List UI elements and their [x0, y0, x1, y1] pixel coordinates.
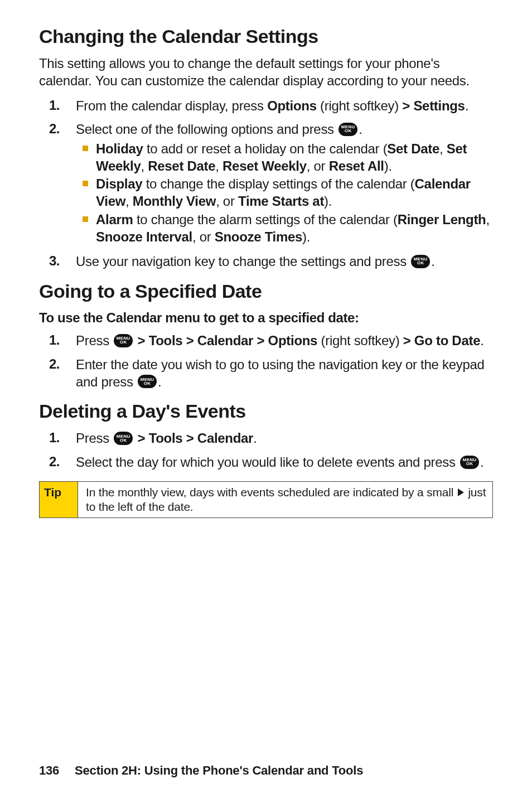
list-item: 1. Press MENUOK > Tools > Calendar.: [39, 430, 493, 447]
bold-text: Ringer Length: [398, 212, 486, 227]
bold-text: > Tools > Calendar > Options: [138, 333, 318, 348]
sub-text: Holiday to add or reset a holiday on the…: [96, 141, 493, 175]
bold-text: > Go to Date: [403, 333, 480, 348]
bold-text: Holiday: [96, 141, 143, 156]
text: (right softkey): [317, 333, 403, 348]
tip-body: In the monthly view, days with events sc…: [78, 482, 492, 518]
step-text: Select one of the following options and …: [76, 121, 493, 246]
list-item: 2. Enter the date you wish to go to usin…: [39, 356, 493, 390]
step-number: 2.: [39, 454, 76, 470]
text: ,: [141, 158, 148, 173]
step-number: 1.: [39, 98, 76, 113]
page: Changing the Calendar Settings This sett…: [0, 0, 532, 798]
bold-text: > Tools > Calendar: [138, 431, 254, 446]
steps-changing-calendar: 1. From the calendar display, press Opti…: [39, 98, 493, 270]
bold-text: Monthly View: [133, 194, 216, 209]
step-number: 2.: [39, 356, 76, 372]
text: Press: [76, 333, 113, 348]
text: ,: [125, 194, 133, 209]
text: to add or reset a holiday on the calenda…: [143, 141, 388, 156]
step-text: From the calendar display, press Options…: [76, 98, 493, 115]
text: Enter the date you wish to go to using t…: [76, 357, 485, 389]
intro-changing-calendar: This setting allows you to change the de…: [39, 55, 493, 89]
text: .: [359, 122, 362, 137]
text: Use your navigation key to change the se…: [76, 254, 410, 269]
step-number: 2.: [39, 121, 76, 137]
bold-text: Reset All: [329, 158, 384, 173]
text: ,: [215, 158, 223, 173]
step-text: Enter the date you wish to go to using t…: [76, 356, 493, 390]
list-item: 2. Select the day for which you would li…: [39, 454, 493, 471]
step-text: Press MENUOK > Tools > Calendar.: [76, 430, 493, 447]
list-item: 2. Select one of the following options a…: [39, 121, 493, 246]
bold-text: Alarm: [96, 212, 133, 227]
heading-going-to-date: Going to a Specified Date: [39, 280, 493, 302]
sub-text: Alarm to change the alarm settings of th…: [96, 211, 493, 245]
tip-box: Tip In the monthly view, days with event…: [39, 481, 493, 519]
step-number: 3.: [39, 253, 76, 269]
bold-text: Reset Date: [148, 158, 215, 173]
text: .: [480, 454, 483, 470]
tip-label: Tip: [40, 482, 78, 518]
list-item: Display to change the display settings o…: [83, 176, 493, 210]
text: From the calendar display, press: [76, 98, 267, 113]
heading-changing-calendar: Changing the Calendar Settings: [39, 26, 493, 47]
menu-ok-icon: MENUOK: [338, 123, 357, 136]
bold-text: > Settings: [402, 98, 465, 113]
menu-ok-icon: MENUOK: [138, 375, 157, 388]
step-text: Press MENUOK > Tools > Calendar > Option…: [76, 332, 493, 350]
text: , or: [307, 158, 329, 173]
bold-text: Time Starts at: [238, 194, 324, 209]
text: .: [253, 431, 257, 446]
text: (right softkey): [317, 98, 403, 113]
page-number: 136: [39, 763, 59, 777]
list-item: Alarm to change the alarm settings of th…: [83, 211, 493, 245]
footer: 136Section 2H: Using the Phone's Calenda…: [39, 763, 363, 778]
text: ,: [486, 212, 489, 227]
text: , or: [192, 229, 215, 244]
bold-text: Display: [96, 176, 142, 191]
menu-ok-icon: MENUOK: [114, 334, 133, 347]
bullet-icon: [83, 146, 88, 151]
text: In the monthly view, days with events sc…: [86, 486, 457, 499]
bullet-icon: [83, 181, 88, 186]
menu-ok-icon: MENUOK: [411, 255, 430, 268]
bold-text: Snooze Times: [215, 229, 302, 244]
step-text: Select the day for which you would like …: [76, 454, 493, 471]
text: ).: [384, 158, 392, 173]
bold-text: Snooze Interval: [96, 229, 192, 244]
bold-text: Options: [267, 98, 317, 113]
step-number: 1.: [39, 430, 76, 446]
text: to change the display settings of the ca…: [142, 176, 414, 191]
bold-text: Reset Weekly: [223, 158, 307, 173]
sub-list: Holiday to add or reset a holiday on the…: [76, 141, 493, 245]
text: .: [465, 98, 468, 113]
text: Select one of the following options and …: [76, 122, 337, 137]
text: Press: [76, 431, 113, 446]
steps-going-to-date: 1. Press MENUOK > Tools > Calendar > Opt…: [39, 332, 493, 390]
list-item: 1. Press MENUOK > Tools > Calendar > Opt…: [39, 332, 493, 350]
subhead-going-to-date: To use the Calendar menu to get to a spe…: [39, 310, 493, 326]
steps-deleting-events: 1. Press MENUOK > Tools > Calendar. 2. S…: [39, 430, 493, 471]
list-item: Holiday to add or reset a holiday on the…: [83, 141, 493, 175]
text: .: [431, 254, 434, 269]
step-number: 1.: [39, 332, 76, 348]
footer-title: Section 2H: Using the Phone's Calendar a…: [75, 763, 363, 777]
text: , or: [216, 194, 238, 209]
triangle-icon: [458, 489, 464, 496]
text: ).: [324, 194, 332, 209]
list-item: 3. Use your navigation key to change the…: [39, 253, 493, 270]
text: .: [158, 374, 161, 389]
bullet-icon: [83, 216, 88, 222]
text: ,: [439, 141, 447, 156]
bold-text: Set Date: [387, 141, 439, 156]
text: .: [480, 333, 483, 348]
sub-text: Display to change the display settings o…: [96, 176, 493, 210]
menu-ok-icon: MENUOK: [114, 432, 133, 445]
text: Select the day for which you would like …: [76, 454, 459, 470]
list-item: 1. From the calendar display, press Opti…: [39, 98, 493, 115]
heading-deleting-events: Deleting a Day's Events: [39, 400, 493, 422]
text: ).: [302, 229, 310, 244]
step-text: Use your navigation key to change the se…: [76, 253, 493, 270]
menu-ok-icon: MENUOK: [460, 456, 479, 469]
